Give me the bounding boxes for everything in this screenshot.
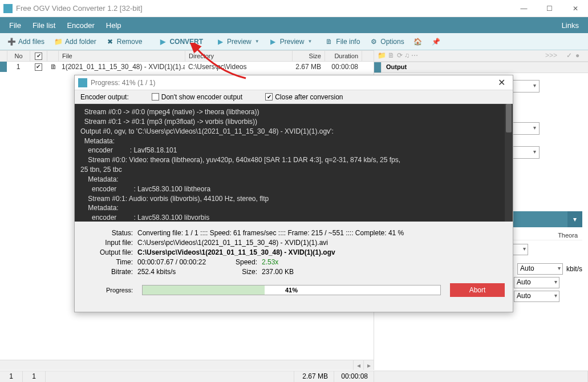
cell-size: 2.67 MB (292, 62, 325, 72)
preview-button-1[interactable]: ▶Preview▼ (211, 35, 264, 48)
toolbar: ➕Add files 📁Add folder ✖Remove ▶CONVERT … (0, 33, 588, 50)
convert-button[interactable]: ▶CONVERT (153, 35, 208, 48)
remove-icon: ✖ (106, 37, 115, 46)
options-button[interactable]: ⚙Options (364, 35, 408, 48)
cell-no: 1 (7, 62, 30, 72)
preview-button-2[interactable]: ▶Preview▼ (264, 35, 317, 48)
row-indicator (0, 62, 7, 72)
dialog-title: Progress: 41% (1 / 1) (91, 79, 490, 87)
col-dur[interactable]: Duration (325, 51, 362, 61)
app-icon (78, 78, 87, 87)
play-icon: ▶ (269, 37, 278, 46)
table-header: No ✔ File Directory Size Duration (0, 50, 374, 62)
close-button[interactable]: ✕ (562, 0, 588, 17)
home-icon: 🏠 (413, 37, 423, 46)
bitrate-unit: kbit/s (566, 265, 582, 273)
speed-value: 2.53x (262, 258, 278, 266)
h-scrollbar[interactable]: ◂▸ (0, 360, 374, 370)
row-checkbox[interactable]: ✔ (35, 63, 42, 71)
cell-dur: 00:00:08 (325, 62, 362, 72)
dialog-close-button[interactable]: ✕ (490, 77, 513, 88)
add-folder-button[interactable]: 📁Add folder (49, 35, 101, 48)
dont-show-checkbox[interactable] (152, 93, 159, 100)
menu-links[interactable]: Links (556, 19, 585, 32)
close-after-label: Close after conversion (275, 93, 343, 101)
col-size[interactable]: Size (293, 51, 325, 61)
titlebar: Free OGV Video Converter 1.2 [32-bit] — … (0, 0, 588, 17)
gear-icon: ⚙ (369, 37, 378, 46)
menu-filelist[interactable]: File list (27, 19, 61, 32)
chevron-down-icon: ▼ (307, 39, 312, 44)
remove-button[interactable]: ✖Remove (101, 35, 147, 48)
add-files-button[interactable]: ➕Add files (2, 35, 49, 48)
bitrate-combo[interactable]: Auto (517, 263, 563, 275)
menu-encoder[interactable]: Encoder (61, 19, 100, 32)
col-dir[interactable]: Directory (185, 51, 293, 61)
table-row[interactable]: 1 ✔ 🗎 1(2021_01_11_15_30_48) - XVID(1)(1… (0, 62, 374, 72)
pin-icon: 📌 (432, 37, 441, 46)
encoder-output-label: Encoder output: (80, 93, 129, 101)
output-icons: 📁 🗎 ⟳ ♫ ⋯ (374, 50, 421, 61)
progress-dialog: Progress: 41% (1 / 1) ✕ Encoder output: … (74, 75, 513, 312)
col-file[interactable]: File (59, 51, 185, 61)
aspect-combo[interactable]: Auto (514, 291, 559, 302)
status-value: Converting file: 1 / 1 :::: Speed: 61 fr… (137, 229, 505, 237)
maximize-button[interactable]: ☐ (537, 0, 562, 17)
time-value: 00:00:07.67 / 00:00:22 (137, 258, 229, 266)
bitrate-value: 252.4 kbits/s (137, 268, 229, 276)
play-icon: ▶ (158, 37, 167, 46)
console-scrollbar[interactable] (505, 104, 513, 222)
menu-help[interactable]: Help (100, 19, 127, 32)
circle-icon[interactable]: ● (575, 51, 579, 60)
status-size: 2.67 MB (294, 371, 334, 382)
abort-button[interactable]: Abort (450, 283, 505, 297)
encoder-console: Stream #0:0 -> #0:0 (mpeg4 (native) -> t… (75, 104, 513, 222)
progress-percent: 41% (143, 286, 440, 295)
dont-show-label: Don't show encoder output (161, 93, 242, 101)
folder-icon: 📁 (54, 37, 63, 46)
file-icon: 🗎 (47, 62, 58, 72)
menu-file[interactable]: File (3, 19, 27, 32)
cell-dir: C:\Users\pc\Videos (185, 62, 292, 72)
pin-button[interactable]: 📌 (427, 35, 445, 48)
dialog-titlebar[interactable]: Progress: 41% (1 / 1) ✕ (75, 75, 513, 90)
status-dur: 00:00:08 (334, 371, 374, 382)
check-icon[interactable]: ✓ (566, 51, 572, 60)
statusbar: 1 1 2.67 MB 00:00:08 (0, 371, 588, 382)
status-count1: 1 (0, 371, 23, 382)
app-icon (3, 4, 13, 13)
output-file-value: C:\Users\pc\Videos\1(2021_01_11_15_30_48… (137, 248, 505, 256)
size-value: 237.00 KB (262, 268, 294, 276)
info-icon: 🗎 (325, 37, 334, 46)
cell-file: 1(2021_01_11_15_30_48) - XVID(1)(1).avi (58, 62, 185, 72)
play-icon: ▶ (216, 37, 225, 46)
progress-label: Progress: (83, 287, 137, 293)
chevron-down-icon: ▼ (255, 39, 259, 44)
window-title: Free OGV Video Converter 1.2 [32-bit] (16, 4, 511, 13)
home-button[interactable]: 🏠 (409, 35, 427, 48)
output-header: Output (382, 62, 411, 73)
file-info-button[interactable]: 🗎File info (320, 35, 364, 48)
close-after-checkbox[interactable]: ✔ (265, 93, 273, 100)
minimize-button[interactable]: — (511, 0, 537, 17)
select-all-checkbox[interactable]: ✔ (35, 53, 42, 60)
format-dropdown[interactable]: ▾ (567, 211, 582, 227)
input-file-value: C:\Users\pc\Videos\1(2021_01_11_15_30_48… (137, 239, 505, 247)
menubar: File File list Encoder Help Links (0, 17, 588, 33)
status-count2: 1 (23, 371, 46, 382)
output-chevrons[interactable]: >>> (540, 50, 563, 61)
plus-icon: ➕ (7, 37, 16, 46)
fps-combo[interactable]: Auto (514, 277, 559, 288)
col-no[interactable]: No (7, 51, 30, 61)
progress-bar: 41% (142, 285, 441, 295)
